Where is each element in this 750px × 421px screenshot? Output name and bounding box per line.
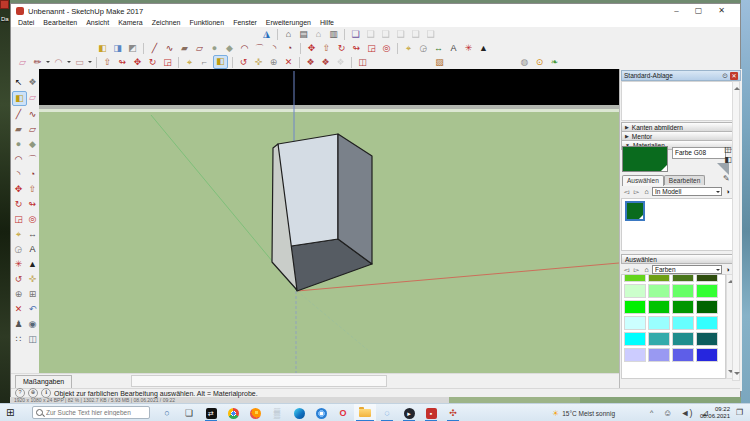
in-model-material-swatch[interactable] <box>625 201 645 221</box>
scroll-up-icon[interactable] <box>734 84 740 90</box>
dimension-tool-icon[interactable]: ⌐ <box>198 56 211 68</box>
hidden-icons-chevron[interactable]: ^ <box>650 404 653 421</box>
tray-close-icon[interactable]: ✕ <box>730 72 738 80</box>
firefox-icon[interactable] <box>244 404 266 421</box>
pin-icon[interactable]: ⊙ <box>722 72 728 80</box>
walk-icon[interactable]: ∷ <box>12 333 25 346</box>
color-swatch[interactable] <box>672 316 694 330</box>
eraser-tool-icon[interactable]: ▱ <box>16 56 29 68</box>
color-swatch[interactable] <box>696 348 718 362</box>
color-swatch[interactable] <box>672 300 694 314</box>
two-point-arc-tool-icon[interactable]: ⌒ <box>26 153 39 166</box>
collection-dropdown[interactable]: Farben <box>652 265 722 274</box>
help-icon[interactable]: ? <box>15 388 25 398</box>
color-swatch[interactable] <box>624 284 646 298</box>
zoom-extents-icon[interactable]: ✕ <box>282 56 295 68</box>
sample-paint-icon[interactable]: ✎ <box>723 174 730 183</box>
tab-select[interactable]: Auswählen <box>622 175 664 186</box>
rotate-tool-icon[interactable]: ↻ <box>12 198 25 211</box>
color-swatch[interactable] <box>672 274 694 282</box>
move-tool-icon[interactable]: ✥ <box>12 183 25 196</box>
forward-arrow-icon[interactable]: ▻ <box>632 265 641 274</box>
menu-item-4[interactable]: Kamera <box>118 19 143 26</box>
freehand-tool-icon[interactable]: ∿ <box>163 42 176 54</box>
follow-me-tool-icon[interactable]: ↬ <box>350 42 363 54</box>
axes-tool-icon[interactable]: ✳ <box>12 258 25 271</box>
look-around-icon[interactable]: ◉ <box>26 318 39 331</box>
color-swatch[interactable] <box>696 274 718 282</box>
tape-measure-tool-icon[interactable]: ⌖ <box>402 42 415 54</box>
threed-text-tool-icon[interactable]: ▲ <box>26 258 39 271</box>
material-preview-swatch[interactable] <box>622 146 668 172</box>
color-swatch[interactable] <box>672 332 694 346</box>
line-tools-dropdown[interactable]: ✏ <box>31 56 44 68</box>
tab-edit[interactable]: Bearbeiten <box>664 175 705 185</box>
shape-tools-dropdown[interactable]: ▭ <box>73 56 86 68</box>
arc-tool-icon[interactable]: ◠ <box>12 153 25 166</box>
pie-tool-icon[interactable]: ◔ <box>26 168 39 181</box>
onedrive-icon[interactable]: ◌ <box>376 404 398 421</box>
color-swatch[interactable] <box>648 284 670 298</box>
iso-view-icon[interactable]: ◧ <box>96 42 109 54</box>
in-model-swatch-list[interactable] <box>621 198 734 251</box>
top-view-icon[interactable]: ◨ <box>111 42 124 54</box>
back-arrow-icon[interactable]: ◅ <box>622 265 631 274</box>
push-pull-tool-icon[interactable]: ⇧ <box>26 183 39 196</box>
drawing-viewport[interactable] <box>39 69 619 373</box>
measurements-input[interactable] <box>131 375 387 387</box>
rotated-rectangle-tool-icon[interactable]: ▱ <box>193 42 206 54</box>
orbit-tool-icon[interactable]: ↺ <box>237 56 250 68</box>
zoom-extents-icon[interactable]: ✕ <box>12 303 25 316</box>
zoom-tool-icon[interactable]: ⊕ <box>12 288 25 301</box>
pan-tool-icon[interactable]: ✜ <box>252 56 265 68</box>
home-icon[interactable]: ⌂ <box>642 265 651 274</box>
geolocation-icon[interactable]: ⊕ <box>28 388 38 398</box>
credits-leaf-icon[interactable]: ❧ <box>548 56 561 68</box>
maximize-button[interactable]: ▢ <box>695 4 703 18</box>
menu-item-8[interactable]: Erweiterungen <box>266 19 311 26</box>
dropdown-arrow-icon[interactable] <box>88 61 92 65</box>
sketchup-icon[interactable]: ✣ <box>442 404 464 421</box>
color-swatch[interactable] <box>624 316 646 330</box>
text-tool-icon[interactable]: A <box>26 243 39 256</box>
text-tool-icon[interactable]: A <box>447 42 460 54</box>
two-point-arc-tool-icon[interactable]: ⌒ <box>253 42 266 54</box>
freehand-tool-icon[interactable]: ∿ <box>26 108 39 121</box>
dimension-tool-icon[interactable]: ↔ <box>26 228 39 241</box>
three-point-arc-tool-icon[interactable]: ◝ <box>268 42 281 54</box>
details-icon[interactable]: ◑ <box>723 187 732 196</box>
get-models-icon[interactable]: ⌂ <box>282 28 295 40</box>
component-red-icon-2[interactable]: ❖ <box>319 56 332 68</box>
media-player-icon[interactable]: ▸ <box>398 404 420 421</box>
zoom-window-icon[interactable]: ⊞ <box>26 288 39 301</box>
back-arrow-icon[interactable]: ◅ <box>622 187 631 196</box>
snip-app-icon[interactable]: ⇄ <box>200 404 222 421</box>
section-plane-icon[interactable]: ◫ <box>26 333 39 346</box>
weather-widget[interactable]: ☀ 15°C Meist sonnig <box>552 404 615 421</box>
edge-icon[interactable] <box>288 404 310 421</box>
rotate-tool-icon[interactable]: ↻ <box>335 42 348 54</box>
lock-icon[interactable]: ⊙ <box>533 56 546 68</box>
dropdown-arrow-icon[interactable] <box>46 61 50 65</box>
extension-warehouse-icon[interactable]: ▥ <box>327 28 340 40</box>
paint-bucket-tool-icon[interactable]: ◧ <box>213 55 228 69</box>
color-swatch[interactable] <box>624 332 646 346</box>
dimmed-app-icon[interactable]: ▒ <box>266 404 288 421</box>
color-swatch[interactable] <box>696 300 718 314</box>
position-camera-icon[interactable]: ♟ <box>12 318 25 331</box>
arc-tools-dropdown[interactable]: ◠ <box>52 56 65 68</box>
color-swatch[interactable] <box>648 332 670 346</box>
protractor-tool-icon[interactable]: ◶ <box>12 243 25 256</box>
scale-tool-icon[interactable]: ◲ <box>365 42 378 54</box>
scroll-down-icon[interactable] <box>734 372 740 378</box>
outer-shell-icon[interactable]: ❑ <box>349 28 362 40</box>
color-swatch[interactable] <box>624 274 646 282</box>
share-component-icon[interactable]: ⌂ <box>312 28 325 40</box>
color-swatch[interactable] <box>696 316 718 330</box>
pie-tool-icon[interactable]: ◔ <box>283 42 296 54</box>
material-name-field[interactable]: Farbe G08 <box>672 147 726 159</box>
task-view-icon[interactable]: ❏ <box>178 404 200 421</box>
menu-item-9[interactable]: Hilfe <box>320 19 334 26</box>
rectangle-tool-icon[interactable]: ▰ <box>12 123 25 136</box>
details-icon[interactable]: ◑ <box>723 265 732 274</box>
